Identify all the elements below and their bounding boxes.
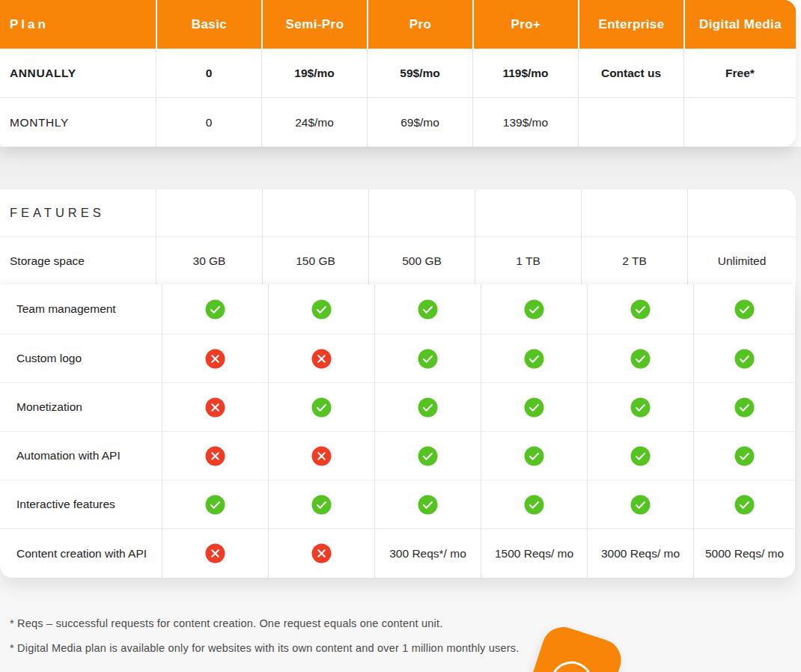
feature-cell [268, 383, 374, 431]
feature-cell [162, 529, 268, 578]
features-title-spacer [262, 189, 368, 236]
feature-cell [587, 432, 693, 480]
check-icon [418, 349, 438, 369]
feature-cell [374, 335, 481, 382]
check-icon [418, 446, 438, 466]
check-icon [734, 349, 755, 369]
storage-enterprise: 2 TB [581, 237, 687, 284]
cross-icon [311, 446, 332, 466]
check-icon [734, 299, 755, 320]
check-icon [205, 495, 225, 515]
check-icon [524, 495, 544, 515]
feature-cell [481, 335, 587, 382]
check-icon [524, 397, 544, 418]
storage-row: Storage space 30 GB 150 GB 500 GB 1 TB 2… [0, 237, 796, 284]
contact-us-link[interactable]: Contact us [578, 49, 683, 97]
feature-cell [268, 335, 374, 382]
feature-cell [162, 284, 268, 334]
check-icon [311, 495, 332, 515]
features-panel: Team management Custom logo Monetization [0, 284, 795, 578]
plan-header-label: Plan [0, 0, 156, 49]
plan-header-basic: Basic [156, 0, 261, 49]
check-icon [418, 495, 438, 515]
check-icon [734, 397, 755, 418]
feature-row-content-creation-with-api: Content creation with API 300 Reqs*/ mo … [0, 528, 795, 578]
features-title: FEATURES [0, 189, 156, 236]
storage-pro-plus: 1 TB [475, 237, 581, 284]
feature-cell [374, 383, 481, 431]
monthly-price-pro-plus: 139$/mo [472, 98, 578, 147]
annually-price-pro: 59$/mo [367, 49, 472, 97]
pricing-page: Plan Basic Semi-Pro Pro Pro+ Enterprise … [0, 0, 801, 672]
cross-icon [205, 446, 225, 466]
plan-header-pro: Pro [367, 0, 472, 49]
check-icon [524, 446, 544, 466]
storage-digital-media: Unlimited [687, 237, 796, 284]
feature-cell [268, 480, 374, 528]
feature-label: Monetization [0, 383, 162, 431]
cross-icon [205, 397, 225, 418]
feature-cell [268, 529, 374, 578]
feature-cell [481, 432, 587, 480]
check-icon [311, 397, 332, 418]
feature-cell [587, 284, 693, 334]
feature-cell [374, 480, 481, 528]
feature-cell [693, 335, 795, 382]
check-icon [524, 349, 544, 369]
feature-cell [693, 383, 795, 431]
check-icon [418, 397, 438, 418]
features-title-spacer [687, 189, 796, 236]
cross-icon [311, 349, 332, 369]
cross-icon [205, 543, 225, 563]
check-icon [205, 299, 225, 320]
features-title-spacer [475, 189, 581, 236]
monthly-price-pro: 69$/mo [367, 98, 472, 147]
check-icon [630, 397, 651, 418]
feature-label: Interactive features [0, 480, 162, 528]
cross-icon [205, 349, 225, 369]
storage-basic: 30 GB [156, 237, 262, 284]
check-icon [630, 495, 651, 515]
feature-cell [481, 284, 587, 334]
footnote-reqs: * Reqs – successful requests for content… [10, 617, 579, 629]
feature-cell [481, 383, 587, 431]
check-icon [524, 299, 544, 320]
features-head: FEATURES Storage space 30 GB 150 GB 500 … [0, 189, 796, 284]
feature-cell [162, 383, 268, 431]
features-title-spacer [156, 189, 262, 236]
monthly-price-digital-media [683, 98, 796, 147]
plan-header-row: Plan Basic Semi-Pro Pro Pro+ Enterprise … [0, 0, 796, 49]
monthly-price-basic: 0 [156, 98, 261, 147]
footnote-digital-media: * Digital Media plan is available only f… [10, 642, 579, 654]
storage-label: Storage space [0, 237, 156, 284]
feature-cell [481, 480, 587, 528]
feature-cell [374, 284, 481, 334]
features-title-row: FEATURES [0, 189, 796, 237]
feature-label: Content creation with API [0, 529, 162, 578]
plan-header-enterprise: Enterprise [578, 0, 683, 49]
feature-cell [587, 335, 693, 382]
feature-cell [162, 335, 268, 382]
plan-header-digital-media: Digital Media [683, 0, 796, 49]
pricing-table: Plan Basic Semi-Pro Pro Pro+ Enterprise … [0, 0, 796, 147]
plan-header-pro-plus: Pro+ [472, 0, 578, 49]
annually-row: ANNUALLY 0 19$/mo 59$/mo 119$/mo Contact… [0, 49, 796, 98]
monthly-label: MONTHLY [0, 98, 156, 147]
feature-cell [268, 284, 374, 334]
monthly-price-enterprise [578, 98, 683, 147]
check-icon [311, 299, 332, 320]
annually-price-digital-media: Free* [683, 49, 796, 97]
feature-row-team-management: Team management [0, 284, 795, 334]
feature-cell [587, 383, 693, 431]
feature-cell [268, 432, 374, 480]
annually-price-basic: 0 [156, 49, 261, 97]
feature-row-interactive-features: Interactive features [0, 480, 795, 528]
feature-cell: 300 Reqs*/ mo [374, 529, 481, 578]
feature-cell: 1500 Reqs/ mo [481, 529, 587, 578]
feature-label: Team management [0, 284, 162, 334]
feature-cell [162, 480, 268, 528]
check-icon [630, 446, 651, 466]
features-title-spacer [368, 189, 475, 236]
check-icon [418, 299, 438, 320]
feature-row-custom-logo: Custom logo [0, 334, 795, 382]
